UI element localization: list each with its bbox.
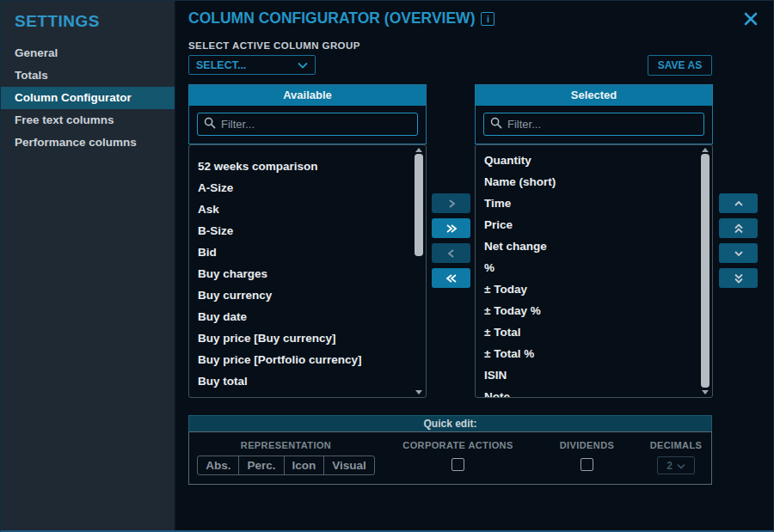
reorder-buttons [719, 193, 758, 288]
representation-visual-button[interactable]: Visual [323, 456, 374, 474]
selected-panel: Selected Quantity Name (short) Time Pric… [475, 84, 713, 398]
column-group-dropdown[interactable]: SELECT... [188, 55, 316, 75]
representation-perc-button[interactable]: Perc. [238, 456, 283, 474]
list-item[interactable]: ± Total [476, 321, 712, 343]
move-left-button[interactable] [432, 243, 470, 263]
scrollbar-thumb[interactable] [415, 154, 423, 256]
available-filter-input[interactable] [221, 118, 411, 131]
chevron-down-icon [298, 59, 308, 71]
list-item[interactable]: A-Size [189, 177, 426, 199]
scroll-up-icon[interactable] [415, 148, 422, 152]
selected-filter-input[interactable] [507, 118, 697, 131]
scrollbar-thumb[interactable] [701, 154, 710, 388]
list-item[interactable]: Buy date [189, 306, 426, 327]
corporate-actions-checkbox[interactable] [452, 458, 464, 471]
list-item[interactable]: Buy total [189, 370, 426, 392]
sidebar-item-free-text-columns[interactable]: Free text columns [1, 109, 175, 131]
dividends-label: DIVIDENDS [560, 440, 615, 450]
column-configurator-panel: COLUMN CONFIGURATOR (OVERVIEW) i SELECT … [175, 1, 773, 530]
transfer-buttons [432, 193, 470, 288]
list-item[interactable]: Net change [476, 235, 712, 257]
list-item[interactable]: Bid [189, 242, 426, 263]
representation-label: REPRESENTATION [241, 440, 331, 450]
available-panel-title: Available [189, 85, 426, 106]
selected-list: Quantity Name (short) Time Price Net cha… [475, 144, 713, 398]
list-item[interactable]: Note [476, 386, 712, 398]
close-icon[interactable] [744, 12, 758, 26]
save-as-button[interactable]: SAVE AS [648, 55, 712, 76]
list-item[interactable]: Buy price [Buy currency] [189, 327, 426, 349]
page-title: COLUMN CONFIGURATOR (OVERVIEW) i [188, 9, 494, 28]
sidebar-item-performance-columns[interactable]: Performance columns [1, 131, 175, 154]
column-group-dropdown-value: SELECT... [196, 59, 246, 71]
list-item[interactable]: Ccy / Unit [189, 392, 426, 398]
available-scrollbar[interactable] [414, 148, 424, 394]
corporate-actions-label: CORPORATE ACTIONS [402, 440, 513, 450]
info-icon[interactable]: i [481, 12, 494, 26]
available-list: 52 weeks comparison A-Size Ask B-Size Bi… [188, 144, 427, 398]
list-item[interactable]: Buy price [Portfolio currency] [189, 349, 426, 370]
move-down-button[interactable] [719, 243, 758, 263]
sidebar-title: SETTINGS [1, 1, 175, 42]
move-top-button[interactable] [719, 218, 758, 238]
quick-edit-section: Quick edit: REPRESENTATION Abs. Perc. Ic… [188, 415, 712, 485]
selected-panel-title: Selected [476, 85, 712, 106]
representation-icon-button[interactable]: Icon [284, 456, 324, 474]
list-item[interactable]: Quantity [476, 150, 712, 171]
settings-dialog: SETTINGS General Totals Column Configura… [0, 0, 774, 532]
list-item[interactable]: Buy charges [189, 263, 426, 284]
selected-scrollbar[interactable] [700, 148, 710, 394]
scroll-down-icon[interactable] [702, 390, 709, 394]
move-right-button[interactable] [432, 193, 470, 213]
list-item[interactable]: B-Size [189, 220, 426, 242]
dividends-checkbox[interactable] [580, 458, 593, 471]
move-all-right-button[interactable] [432, 218, 470, 238]
settings-sidebar: SETTINGS General Totals Column Configura… [1, 1, 175, 530]
scroll-up-icon[interactable] [702, 148, 709, 152]
move-all-left-button[interactable] [432, 268, 470, 288]
move-up-button[interactable] [719, 193, 758, 213]
list-item[interactable]: ± Total % [476, 343, 712, 364]
list-item[interactable]: Ask [189, 199, 426, 220]
list-item[interactable]: ISIN [476, 364, 712, 386]
search-icon [490, 117, 502, 132]
representation-segmented-control: Abs. Perc. Icon Visual [197, 456, 375, 475]
quick-edit-title: Quick edit: [188, 415, 712, 431]
decimals-dropdown-value: 2 [666, 460, 673, 472]
list-item[interactable]: ± Today [476, 278, 712, 300]
list-item[interactable]: 52 weeks comparison [189, 156, 426, 177]
decimals-label: DECIMALS [650, 440, 703, 450]
sidebar-item-column-configurator[interactable]: Column Configurator [1, 87, 175, 109]
available-panel: Available 52 weeks comparison A-Size Ask… [188, 84, 427, 398]
list-item[interactable]: Time [476, 193, 712, 214]
scroll-down-icon[interactable] [415, 390, 422, 394]
sidebar-item-general[interactable]: General [1, 42, 175, 64]
list-item[interactable]: ± Today % [476, 300, 712, 321]
active-column-group-label: SELECT ACTIVE COLUMN GROUP [188, 40, 360, 51]
chevron-down-icon [677, 460, 685, 472]
representation-abs-button[interactable]: Abs. [198, 456, 238, 474]
move-bottom-button[interactable] [719, 268, 758, 288]
list-item[interactable]: Buy currency [189, 284, 426, 306]
decimals-dropdown[interactable]: 2 [657, 456, 695, 474]
list-item[interactable]: Name (short) [476, 171, 712, 193]
list-item[interactable]: Price [476, 214, 712, 235]
search-icon [204, 117, 216, 132]
sidebar-item-totals[interactable]: Totals [1, 64, 175, 87]
list-item[interactable]: % [476, 257, 712, 278]
